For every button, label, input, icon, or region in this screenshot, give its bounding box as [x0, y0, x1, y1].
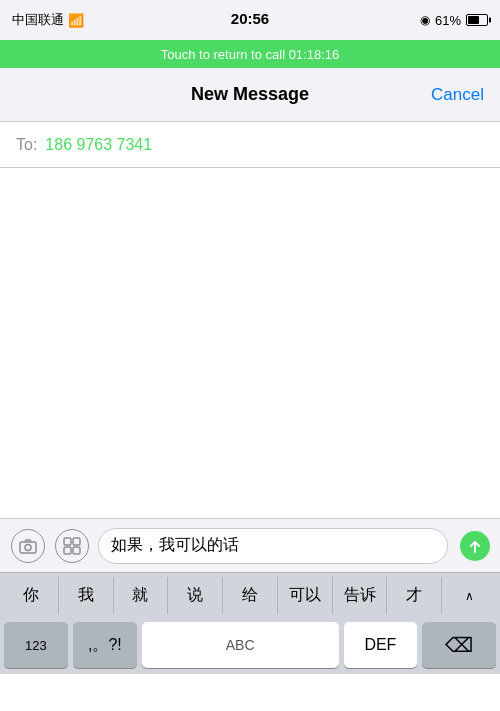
predictive-bar: 你 我 就 说 给 可以 告诉 才 ∧	[0, 572, 500, 618]
key-punctuation[interactable]: ,。?!	[73, 622, 137, 668]
camera-icon	[11, 529, 45, 563]
to-value: 186 9763 7341	[45, 136, 152, 154]
camera-button[interactable]	[10, 528, 46, 564]
predictive-word-9[interactable]: ∧	[442, 581, 496, 611]
predictive-word-6[interactable]: 可以	[278, 577, 333, 614]
carrier-signal: 中国联通 📶	[12, 11, 84, 29]
svg-rect-4	[64, 547, 71, 554]
message-input-text[interactable]: 如果，我可以的话	[111, 535, 435, 556]
predictive-word-3[interactable]: 就	[114, 577, 169, 614]
predictive-word-5[interactable]: 给	[223, 577, 278, 614]
predictive-word-1[interactable]: 你	[4, 577, 59, 614]
status-time: 20:56	[231, 10, 269, 27]
predictive-word-7[interactable]: 告诉	[333, 577, 388, 614]
message-input-wrap[interactable]: 如果，我可以的话	[98, 528, 448, 564]
carrier-name: 中国联通	[12, 11, 64, 29]
battery-icon	[466, 14, 488, 26]
status-bar: 中国联通 📶 20:56 ◉ 61%	[0, 0, 500, 40]
to-field[interactable]: To: 186 9763 7341	[0, 122, 500, 168]
send-button[interactable]	[460, 531, 490, 561]
svg-rect-3	[73, 538, 80, 545]
keyboard: 123 ,。?! ABC DEF ⌫	[0, 618, 500, 674]
call-banner-text: Touch to return to call 01:18:16	[161, 47, 340, 62]
location-icon: ◉	[420, 13, 430, 27]
status-right-group: ◉ 61%	[420, 13, 488, 28]
key-123[interactable]: 123	[4, 622, 68, 668]
cancel-button[interactable]: Cancel	[431, 85, 484, 105]
wifi-icon: 📶	[68, 13, 84, 28]
apps-icon	[55, 529, 89, 563]
nav-title: New Message	[191, 84, 309, 105]
key-delete[interactable]: ⌫	[422, 622, 496, 668]
battery-percent: 61%	[435, 13, 461, 28]
input-toolbar: 如果，我可以的话	[0, 518, 500, 572]
predictive-word-2[interactable]: 我	[59, 577, 114, 614]
apps-button[interactable]	[54, 528, 90, 564]
call-banner[interactable]: Touch to return to call 01:18:16	[0, 40, 500, 68]
nav-bar: New Message Cancel	[0, 68, 500, 122]
svg-rect-0	[20, 542, 36, 553]
predictive-word-4[interactable]: 说	[168, 577, 223, 614]
to-label: To:	[16, 136, 37, 154]
svg-point-1	[25, 544, 31, 550]
message-body	[0, 168, 500, 518]
keyboard-bottom-row: 123 ,。?! ABC DEF ⌫	[0, 618, 500, 674]
key-abc[interactable]: ABC	[142, 622, 339, 668]
svg-rect-5	[73, 547, 80, 554]
key-def[interactable]: DEF	[344, 622, 418, 668]
predictive-word-8[interactable]: 才	[387, 577, 442, 614]
svg-rect-2	[64, 538, 71, 545]
